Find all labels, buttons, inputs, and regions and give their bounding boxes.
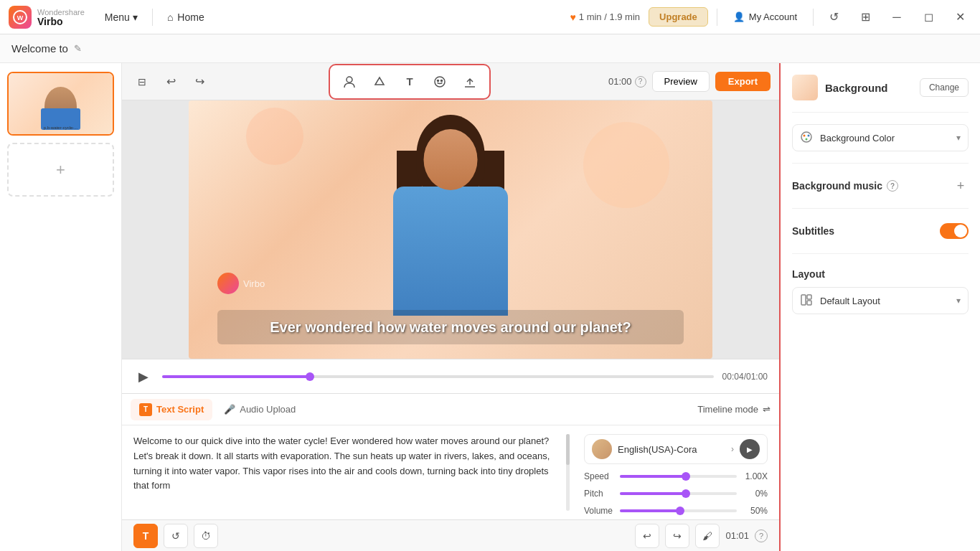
progress-track[interactable]	[162, 375, 714, 378]
grid-button[interactable]: ⊞	[854, 6, 877, 29]
script-tabs: T Text Script 🎤 Audio Upload Timeline mo…	[122, 394, 779, 425]
upgrade-button[interactable]: Upgrade	[649, 7, 708, 27]
time-label: 00:04/01:00	[722, 372, 768, 382]
editor-toolbar: ⊟ ↩ ↪ T	[122, 63, 779, 100]
voice-selector[interactable]: English(USA)-Cora › ▶	[584, 434, 768, 464]
text-script-icon: T	[139, 403, 152, 416]
export-button[interactable]: Export	[715, 72, 771, 91]
layout-icon	[800, 293, 814, 308]
timeline-mode[interactable]: Timeline mode ⇌	[697, 404, 771, 415]
avatar-tool-button[interactable]	[336, 68, 363, 95]
background-preview	[792, 75, 818, 100]
home-button[interactable]: ⌂ Home	[159, 7, 213, 27]
add-slide-button[interactable]: +	[7, 143, 114, 197]
duration-display: ♥ 1 min / 1.9 min	[570, 11, 640, 23]
voice-avatar	[592, 439, 612, 459]
voice-panel: English(USA)-Cora › ▶ Speed 1.00X	[581, 434, 768, 511]
clock-button[interactable]: ⏱	[194, 524, 218, 548]
microphone-icon: 🎤	[224, 404, 235, 415]
voice-play-button[interactable]: ▶	[740, 439, 760, 459]
paint-button[interactable]: 🖌	[695, 524, 720, 548]
toggle-thumb	[954, 225, 967, 237]
svg-rect-10	[807, 295, 811, 299]
logo-text: Wondershare Virbo	[37, 8, 85, 27]
bg-music-label: Background music ?	[792, 180, 898, 192]
layout-selector[interactable]: Default Layout ▾	[792, 287, 969, 314]
toolbar-left: ⊟ ↩ ↪	[122, 70, 211, 93]
time-display: 01:00 ?	[608, 76, 646, 88]
background-color-row[interactable]: Background Color ▾	[792, 124, 969, 151]
style-tool-button[interactable]	[366, 68, 393, 95]
bg-music-help-icon[interactable]: ?	[887, 180, 898, 192]
divider3	[813, 9, 814, 26]
volume-fill	[620, 509, 679, 512]
redo-button[interactable]: ↪	[188, 70, 211, 93]
presenter-figure	[379, 115, 522, 316]
play-button[interactable]: ▶	[133, 367, 154, 387]
bottom-help-icon[interactable]: ?	[755, 529, 768, 542]
menu-button[interactable]: Menu ▾	[96, 7, 146, 27]
speed-track[interactable]	[620, 475, 737, 478]
close-button[interactable]: ✕	[948, 6, 971, 29]
refresh-button[interactable]: ↺	[164, 524, 188, 548]
svg-rect-11	[807, 301, 811, 305]
speed-thumb	[682, 472, 690, 481]
minimize-button[interactable]: ─	[885, 6, 908, 29]
upload-tool-button[interactable]	[456, 68, 484, 95]
svg-point-6	[804, 135, 806, 137]
project-title-area: Welcome to ✎	[11, 42, 82, 55]
subtitles-label: Subtitles	[792, 225, 834, 237]
tab-text-script[interactable]: T Text Script	[131, 399, 212, 420]
text-tool-button[interactable]: T	[396, 68, 423, 95]
face	[424, 129, 478, 190]
project-title: Welcome to	[11, 42, 68, 55]
bottom-time: 01:01	[725, 530, 749, 541]
video-canvas: Ever wondered how water moves around our…	[189, 100, 712, 359]
logo-area: W Wondershare Virbo	[9, 6, 85, 29]
volume-thumb	[676, 507, 684, 515]
restore-button[interactable]: ◻	[917, 6, 940, 29]
subtitles-toggle[interactable]	[940, 223, 969, 239]
add-music-button[interactable]: +	[953, 178, 969, 194]
change-background-button[interactable]: Change	[920, 78, 969, 97]
tools-group: T	[329, 64, 491, 100]
subtitle-overlay: Ever wondered how water moves around our…	[217, 310, 684, 344]
history-button[interactable]: ↺	[822, 6, 845, 29]
panel-divider-4	[792, 253, 969, 254]
watermark-text: Virbo	[243, 278, 265, 289]
scrollbar[interactable]	[566, 434, 570, 511]
undo-bottom-button[interactable]: ↩	[635, 524, 659, 548]
pitch-label: Pitch	[584, 489, 614, 499]
pitch-fill	[620, 492, 684, 495]
home-icon: ⌂	[167, 11, 173, 23]
edit-title-icon[interactable]: ✎	[74, 43, 82, 54]
bg-color-label: Background Color	[820, 133, 951, 143]
text-insert-button[interactable]: T	[133, 524, 158, 548]
bg-circle	[583, 122, 669, 208]
volume-track[interactable]	[620, 509, 737, 512]
svg-point-7	[808, 135, 810, 137]
tab-audio-upload[interactable]: 🎤 Audio Upload	[215, 400, 304, 419]
shirt	[393, 187, 508, 316]
sticker-tool-button[interactable]	[426, 68, 453, 95]
svg-point-2	[347, 77, 352, 83]
pitch-track[interactable]	[620, 492, 737, 495]
main-area: 1 p.b-water-cycle-... + ⊟ ↩ ↪	[0, 63, 980, 551]
account-button[interactable]: 👤 My Account	[726, 7, 804, 27]
timeline-icon: ⇌	[763, 404, 771, 415]
video-container: Ever wondered how water moves around our…	[122, 100, 779, 359]
redo-bottom-button[interactable]: ↪	[665, 524, 689, 548]
panel-title: Background	[825, 82, 913, 94]
preview-button[interactable]: Preview	[652, 71, 710, 92]
slide-1[interactable]: 1 p.b-water-cycle-...	[7, 72, 114, 136]
layout-default-label: Default Layout	[820, 296, 951, 306]
undo-button[interactable]: ↩	[159, 70, 182, 93]
layout-view-button[interactable]: ⊟	[131, 70, 154, 93]
center-area: ⊟ ↩ ↪ T	[122, 63, 779, 551]
speed-fill	[620, 475, 684, 478]
speed-label: Speed	[584, 471, 614, 481]
help-icon[interactable]: ?	[635, 76, 646, 88]
pitch-thumb	[682, 489, 690, 498]
speed-value: 1.00X	[743, 471, 768, 481]
app-logo-icon: W	[9, 6, 32, 29]
